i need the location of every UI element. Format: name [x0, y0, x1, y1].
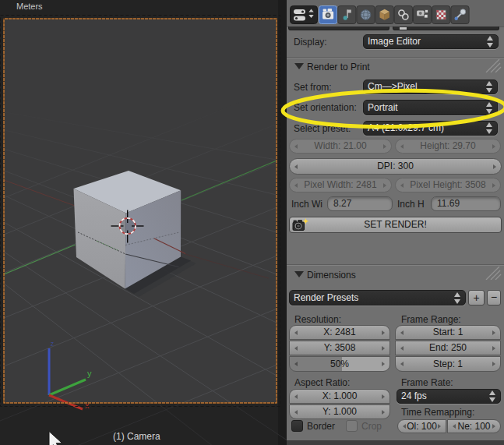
svg-text:y: y	[87, 369, 92, 378]
svg-text:x: x	[85, 401, 90, 410]
svg-text:z: z	[51, 340, 55, 348]
